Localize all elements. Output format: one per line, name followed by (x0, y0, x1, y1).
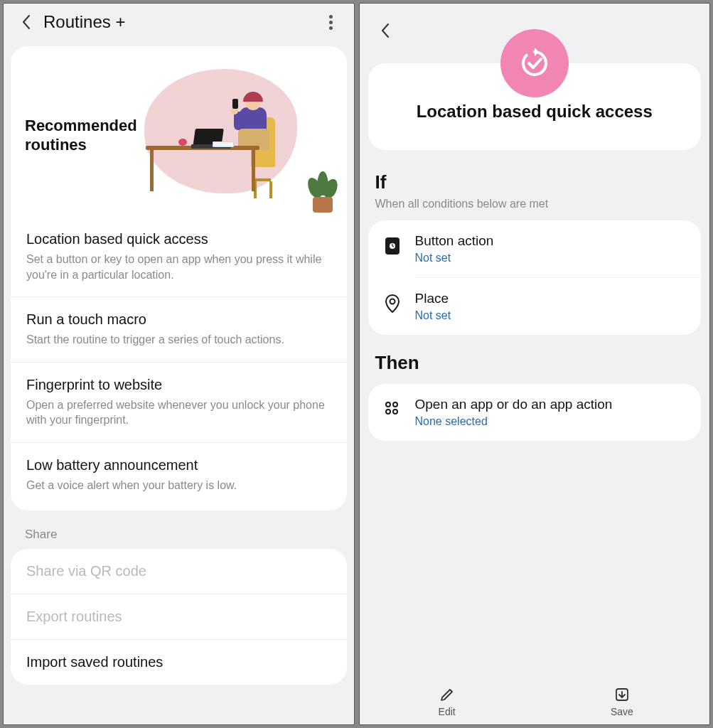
kebab-icon (329, 15, 333, 30)
pencil-icon (439, 686, 456, 703)
chevron-left-icon (380, 22, 391, 39)
svg-point-5 (386, 410, 390, 414)
svg-point-2 (390, 299, 395, 304)
if-subtitle: When all conditions below are met (375, 198, 695, 210)
share-qr-item[interactable]: Share via QR code (11, 549, 347, 594)
then-title: Then (375, 352, 695, 374)
apps-grid-icon (382, 397, 402, 417)
routine-item-location-quick-access[interactable]: Location based quick access Set a button… (11, 217, 347, 296)
recommended-card: Recommended routines Location based quic… (11, 46, 347, 510)
download-icon (613, 686, 631, 703)
svg-point-6 (393, 410, 397, 414)
routine-item-fingerprint-website[interactable]: Fingerprint to website Open a preferred … (11, 362, 347, 442)
button-action-icon (382, 233, 402, 256)
condition-place[interactable]: Place Not set (368, 278, 702, 335)
conditions-card: Button action Not set Place Not set (368, 220, 702, 335)
svg-point-3 (386, 402, 390, 407)
edit-button[interactable]: Edit (360, 686, 535, 717)
routine-title: Location based quick access (382, 102, 687, 122)
routine-item-touch-macro[interactable]: Run a touch macro Start the routine to t… (11, 296, 347, 362)
back-button[interactable] (15, 11, 38, 33)
recommended-heading: Recommended routines (25, 116, 137, 155)
import-routines-item[interactable]: Import saved routines (11, 639, 347, 685)
svg-point-4 (393, 402, 397, 407)
more-menu-button[interactable] (320, 11, 343, 33)
share-section-label: Share (4, 518, 354, 549)
export-routines-item[interactable]: Export routines (11, 594, 347, 639)
back-button[interactable] (374, 19, 397, 42)
routine-hero-icon (500, 29, 569, 97)
refresh-check-icon (518, 46, 552, 80)
routine-item-low-battery[interactable]: Low battery announcement Get a voice ale… (11, 442, 347, 508)
place-icon (382, 291, 402, 314)
chevron-left-icon (21, 14, 32, 31)
routines-list: Location based quick access Set a button… (11, 217, 347, 510)
routines-list-screen: Routines + Recommended routines Location… (3, 3, 355, 725)
actions-card: Open an app or do an app action None sel… (368, 384, 702, 441)
routine-detail-screen: Location based quick access If When all … (359, 3, 711, 725)
share-list: Share via QR code Export routines Import… (11, 549, 347, 685)
condition-button-action[interactable]: Button action Not set (368, 220, 702, 277)
illustration-person-at-desk (137, 60, 333, 210)
routine-hero: Location based quick access (368, 63, 702, 150)
if-title: If (375, 171, 695, 193)
if-section-header: If When all conditions below are met (360, 161, 710, 215)
action-open-app[interactable]: Open an app or do an app action None sel… (368, 384, 702, 441)
save-button[interactable]: Save (535, 686, 709, 717)
bottom-toolbar: Edit Save (360, 682, 710, 724)
page-title: Routines + (43, 12, 320, 32)
then-section-header: Then (360, 342, 710, 378)
header: Routines + (4, 4, 354, 46)
